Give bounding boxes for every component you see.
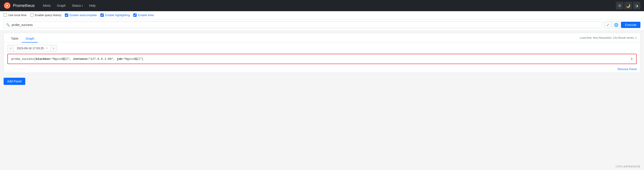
metric-name: probe_success{	[12, 57, 36, 61]
contrast-icon: ◑	[635, 4, 638, 8]
enable-query-history-checkbox[interactable]: Enable query history	[30, 14, 62, 17]
panel: Table Graph Load time: 9ms Resolution: 1…	[4, 33, 640, 73]
label-instance-key: instance	[73, 57, 87, 61]
search-input[interactable]	[12, 23, 600, 27]
time-clear-button[interactable]: ×	[46, 47, 48, 50]
gear-icon: ⚙	[618, 4, 621, 8]
time-navigator: ‹ 2023-09-16 17:03:25 × ›	[4, 43, 640, 54]
nav-graph[interactable]: Graph	[54, 2, 68, 9]
globe-button[interactable]: 🌐	[612, 21, 620, 29]
chevron-down-icon: ▾	[82, 5, 83, 7]
tabs-row: Table Graph Load time: 9ms Resolution: 1…	[4, 33, 640, 43]
time-display: 2023-09-16 17:03:25 ×	[14, 45, 50, 52]
nav-help[interactable]: Help	[86, 2, 98, 9]
brand-name: Prometheus	[13, 3, 35, 8]
enable-linter-checkbox[interactable]: Enable linter	[133, 14, 154, 17]
enable-highlighting-input[interactable]	[100, 14, 104, 17]
use-local-time-input[interactable]	[4, 14, 7, 17]
label-blackbox-key: blackbox	[36, 57, 50, 61]
add-panel-button[interactable]: Add Panel	[4, 78, 25, 85]
brand: Prometheus	[4, 2, 35, 9]
globe-icon: 🌐	[614, 23, 618, 27]
enable-query-history-input[interactable]	[30, 14, 34, 17]
enable-linter-input[interactable]	[133, 14, 137, 17]
toolbar: Use local time Enable query history Enab…	[0, 11, 644, 19]
tab-graph[interactable]: Graph	[22, 35, 38, 43]
remove-panel-link[interactable]: Remove Panel	[618, 67, 636, 71]
search-icon: 🔍	[6, 23, 10, 27]
check-button[interactable]: ✓	[604, 21, 612, 29]
enable-autocomplete-input[interactable]	[65, 14, 68, 17]
nav-alerts[interactable]: Alerts	[40, 2, 54, 9]
time-prev-button[interactable]: ‹	[8, 45, 14, 52]
result-row: probe_success{blackbox="Nginx端口", instan…	[8, 54, 636, 64]
moon-icon: 🌙	[626, 4, 630, 8]
datetime-label: 2023-09-16 17:03:25	[17, 47, 44, 50]
contrast-button[interactable]: ◑	[633, 2, 640, 10]
enable-autocomplete-checkbox[interactable]: Enable autocomplete	[65, 14, 97, 17]
result-value: 1	[631, 57, 632, 61]
nav-status[interactable]: Status ▾	[69, 2, 86, 9]
panel-info: Load time: 9ms Resolution: 14s Result se…	[580, 36, 636, 41]
label-job-key: job	[117, 57, 122, 61]
search-actions: ✓ 🌐 Execute	[604, 21, 640, 29]
tab-table[interactable]: Table	[8, 35, 22, 43]
use-local-time-checkbox[interactable]: Use local time	[4, 14, 26, 17]
add-panel-row: Add Panel	[0, 75, 644, 88]
enable-highlighting-checkbox[interactable]: Enable highlighting	[100, 14, 130, 17]
main-nav: Alerts Graph Status ▾ Help	[40, 2, 98, 9]
brand-logo	[4, 2, 11, 9]
settings-button[interactable]: ⚙	[616, 2, 624, 10]
result-metric: probe_success{blackbox="Nginx端口", instan…	[12, 57, 143, 61]
time-next-button[interactable]: ›	[50, 45, 57, 52]
theme-toggle-button[interactable]: 🌙	[624, 2, 632, 10]
remove-panel-row: Remove Panel	[4, 66, 640, 73]
check-icon: ✓	[606, 23, 609, 27]
navbar: Prometheus Alerts Graph Status ▾ Help ⚙ …	[0, 0, 644, 11]
search-box: 🔍	[4, 22, 602, 28]
navbar-right: ⚙ 🌙 ◑	[616, 2, 640, 10]
svg-point-2	[6, 5, 8, 7]
search-area: 🔍 ✓ 🌐 Execute	[0, 19, 644, 31]
execute-button[interactable]: Execute	[621, 22, 640, 28]
tabs: Table Graph	[8, 35, 38, 42]
